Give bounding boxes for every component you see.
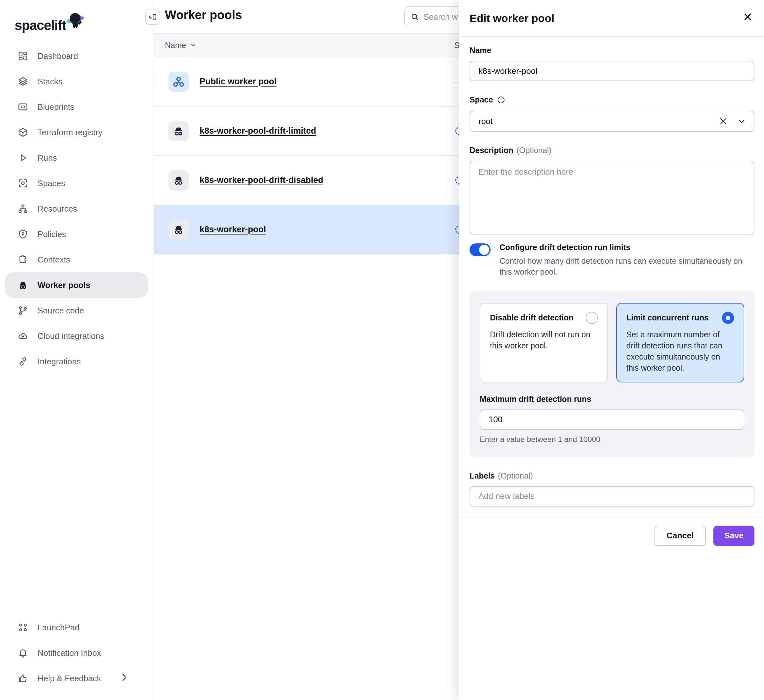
option-disable-drift-detection[interactable]: Disable drift detection Drift detection … [480,303,608,383]
blueprints-icon [18,102,28,112]
max-runs-input[interactable] [480,409,744,430]
sidebar-item-runs[interactable]: Runs [0,145,153,170]
integrations-icon [18,356,28,367]
worker-pool-link[interactable]: k8s-worker-pool [200,225,266,234]
clear-icon[interactable] [719,117,728,126]
drift-limit-toggle-row: Configure drift detection run limits Con… [470,243,755,277]
max-runs-label: Maximum drift detection runs [480,395,744,404]
private-worker-pool-icon [168,220,189,240]
sidebar-item-source-code[interactable]: Source code [0,298,153,323]
close-icon[interactable]: ✕ [743,11,753,23]
bell-icon [18,648,28,658]
drift-limit-toggle[interactable] [470,244,490,256]
option-limit-concurrent-runs[interactable]: Limit concurrent runs Set a maximum numb… [616,303,745,383]
search-icon [411,13,419,21]
spaces-icon [18,178,28,188]
space-select-value: root [479,116,493,126]
description-label-row: Description (Optional) [470,146,755,155]
resources-icon [18,204,28,214]
column-name[interactable]: Name [165,41,186,50]
sidebar-item-stacks[interactable]: Stacks [0,69,153,94]
sidebar-item-resources[interactable]: Resources [0,196,153,222]
sidebar-item-help-feedback[interactable]: Help & Feedback [0,666,153,691]
sidebar-item-integrations[interactable]: Integrations [0,349,153,374]
worker-pool-link[interactable]: Public worker pool [200,77,277,86]
private-worker-pool-icon [168,121,189,141]
sort-chevron-down-icon [190,42,196,48]
sidebar-item-dashboard[interactable]: Dashboard [0,43,153,69]
dashboard-icon [18,51,28,61]
private-worker-pool-icon [168,170,189,191]
labels-input[interactable] [470,486,755,506]
cancel-button[interactable]: Cancel [654,526,706,546]
edit-worker-pool-panel: Edit worker pool ✕ Name Space root Descr… [459,0,764,700]
page-title: Worker pools [165,8,242,22]
labels-label-row: Labels (Optional) [470,471,755,480]
collapse-sidebar-button[interactable] [145,9,160,25]
collapse-sidebar-icon [149,13,157,21]
name-label: Name [470,46,755,55]
sidebar-item-cloud-integrations[interactable]: Cloud integrations [0,323,153,349]
sidebar-item-notification-inbox[interactable]: Notification Inbox [0,640,153,666]
cloud-integrations-icon [18,331,28,341]
space-cell-dash: – [453,77,458,86]
panel-title: Edit worker pool [470,12,554,25]
sidebar-item-policies[interactable]: Policies [0,222,153,247]
sidebar-item-spaces[interactable]: Spaces [0,170,153,196]
sidebar-nav: Dashboard Stacks Blueprints Terraform re… [0,43,153,374]
worker-pool-link[interactable]: k8s-worker-pool-drift-disabled [200,175,323,185]
max-runs-hint: Enter a value between 1 and 10000 [480,435,744,444]
sidebar-item-contexts[interactable]: Contexts [0,247,153,272]
radio-unchecked-icon[interactable] [586,312,598,324]
panel-header: Edit worker pool ✕ [459,0,764,37]
contexts-icon [18,255,28,265]
public-worker-pool-icon [168,72,189,92]
worker-pools-icon [18,280,28,290]
launchpad-icon [18,622,28,633]
drift-settings-card: Disable drift detection Drift detection … [470,291,755,457]
stacks-icon [18,77,28,86]
name-input[interactable] [470,61,755,81]
terraform-registry-icon [18,127,28,138]
runs-icon [18,153,28,163]
logo-text: spacelift [15,18,66,33]
save-button[interactable]: Save [713,526,755,546]
astronaut-logo-icon [65,11,85,33]
space-label-row: Space [470,95,755,105]
toggle-label: Configure drift detection run limits [499,243,755,252]
radio-checked-icon[interactable] [722,312,734,324]
source-code-icon [18,305,28,316]
sidebar-item-terraform-registry[interactable]: Terraform registry [0,120,153,145]
sidebar-item-launchpad[interactable]: LaunchPad [0,615,153,640]
chevron-right-icon [119,672,139,685]
spacelift-logo[interactable]: spacelift [0,0,153,33]
info-icon[interactable] [497,96,505,104]
panel-footer: Cancel Save [459,517,764,546]
space-select[interactable]: root [470,111,755,132]
toggle-description: Control how many drift detection runs ca… [499,256,755,277]
chevron-down-icon[interactable] [737,117,746,126]
policies-icon [18,229,28,239]
sidebar-footer: LaunchPad Notification Inbox Help & Feed… [0,615,153,691]
worker-pool-link[interactable]: k8s-worker-pool-drift-limited [200,126,316,136]
description-textarea[interactable] [470,161,755,235]
sidebar-item-worker-pools[interactable]: Worker pools [5,272,148,298]
sidebar-item-blueprints[interactable]: Blueprints [0,94,153,120]
thumbs-up-icon [18,673,28,683]
sidebar: spacelift Dashboard Stacks Blueprints [0,0,153,700]
toggle-knob [479,245,489,255]
